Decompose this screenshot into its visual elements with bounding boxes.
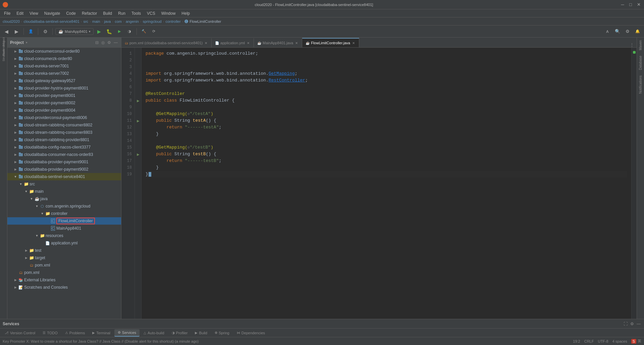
breadcrumb-java[interactable]: java [104,19,111,23]
bottom-tab-terminal[interactable]: ▶ Terminal [89,329,114,337]
tree-item-sentinel8401[interactable]: ▼ cloudalibaba-sentinel-service8401 [7,173,121,180]
bottom-expand-icon[interactable]: ⛶ [623,321,628,327]
side-panel-notifications[interactable]: Notifications [637,73,644,96]
close-button[interactable]: ✕ [636,2,641,7]
tab-flowlimitcontroller[interactable]: ☕ FlowLimitController.java ✕ [302,38,359,47]
toolbar-settings-search[interactable]: ⚙ [41,27,50,36]
menu-run[interactable]: Run [115,10,128,16]
menu-vcs[interactable]: VCS [144,10,158,16]
breadcrumb-com[interactable]: com [115,19,122,23]
menu-edit[interactable]: Edit [14,10,26,16]
left-strip-structure[interactable]: Structure [1,52,7,58]
tab-pom-xml[interactable]: 🗂 pom.xml (cloudalibaba-sentinel-service… [121,38,212,47]
tree-item-nacos-client3377[interactable]: ▶ cloudalibaba-config-nacos-client3377 [7,143,121,151]
tree-item-payment9001[interactable]: ▶ cloudalibaba-provider-payment9001 [7,158,121,166]
tree-settings-icon[interactable]: ⚙ [107,40,112,46]
statusbar-crlf[interactable]: CRLF [584,339,594,343]
tree-item-flowlimitcontroller[interactable]: C FlowLimitController [7,217,121,225]
tree-item-stream-provider8801[interactable]: ▶ cloud-stream-rabbitmq-provider8801 [7,136,121,143]
tree-item-appyml[interactable]: 📄 application.yml [7,239,121,247]
debug-button[interactable]: 🐛 [105,27,114,36]
collapse-all-icon[interactable]: ⊟ [95,40,99,46]
run-button[interactable]: ▶ [95,27,104,36]
search-everywhere-button[interactable]: 🔍 [613,27,622,36]
coverage-button[interactable]: ▶ [115,27,124,36]
breadcrumb-angenin[interactable]: angenin [126,19,139,23]
tree-item-external-libs[interactable]: ▶ 📚 External Libraries [7,276,121,284]
notifications-button[interactable]: 🔔 [633,27,642,36]
tree-item-src[interactable]: ▼ 📁 src [7,180,121,188]
breadcrumb-main[interactable]: main [92,19,100,23]
minimize-button[interactable]: ─ [620,2,625,7]
hide-panel-icon[interactable]: — [113,40,118,46]
menu-window[interactable]: Window [159,10,178,16]
tree-item-cloud-eureka-server7002[interactable]: ▶ cloud-eureka-server7002 [7,70,121,77]
bottom-tab-problems[interactable]: ⚠ Problems [62,329,88,337]
tree-item-cloud-payment8002[interactable]: ▶ cloud-provider-payment8002 [7,99,121,107]
menu-refactor[interactable]: Refactor [79,10,100,16]
bottom-settings-icon[interactable]: ⚙ [630,321,635,327]
tab-close-pom[interactable]: ✕ [204,41,208,45]
tree-item-payment9002[interactable]: ▶ cloudalibaba-provider-payment9002 [7,166,121,173]
side-panel-database[interactable]: Database [637,53,644,73]
tree-item-cloud-consumerzk-order80[interactable]: ▶ cloud-consumerzk-order80 [7,55,121,62]
tree-item-resources[interactable]: ▼ 📁 resources [7,232,121,239]
tab-close-main[interactable]: ✕ [294,41,299,45]
breadcrumb-springcloud[interactable]: springcloud [143,19,161,23]
bottom-tab-spring[interactable]: ❁ Spring [211,329,233,337]
tree-item-java[interactable]: ▼ ☕ java [7,195,121,203]
bottom-tab-build[interactable]: ▶ Build [192,329,210,337]
toolbar-user[interactable]: 👤 [26,27,35,36]
statusbar-charset[interactable]: UTF-8 [598,339,608,343]
breadcrumb-module[interactable]: cloudalibaba-sentinel-service8401 [23,19,79,23]
tree-item-cloud-hystrix-payment8001[interactable]: ▶ cloud-provider-hystrix-payment8001 [7,84,121,92]
tree-item-cloud-consul-payment8006[interactable]: ▶ cloud-providerconsul-payment8006 [7,114,121,121]
menu-view[interactable]: View [27,10,41,16]
statusbar-lang[interactable]: 英 [638,339,641,344]
run-configuration-selector[interactable]: ☕ MainApp8401 ▾ [55,28,94,35]
breadcrumb-controller[interactable]: controller [165,19,180,23]
tree-item-test[interactable]: ▶ 📁 test [7,247,121,254]
bottom-tab-version-control[interactable]: ⎇ Version Control [1,329,39,337]
toolbar-back[interactable]: ◀ [2,27,11,36]
menu-help[interactable]: Help [179,10,193,16]
scroll-from-source-icon[interactable]: ◎ [101,40,105,46]
side-panel-maven[interactable]: Maven [637,38,644,53]
run-gutter-icon-16[interactable]: ▶ [137,153,140,156]
tab-application-yml[interactable]: 📄 application.yml ✕ [212,38,254,47]
maximize-button[interactable]: □ [628,2,633,7]
tree-item-stream-consumer8802[interactable]: ▶ cloud-stream-rabbitmq-consumer8802 [7,121,121,129]
tree-item-nacos-order83[interactable]: ▶ cloudalibaba-consumer-nacos-order83 [7,151,121,158]
build-button[interactable]: 🔨 [140,27,148,36]
tab-close-flow[interactable]: ✕ [352,41,356,45]
tree-item-target[interactable]: ▶ 📁 target [7,254,121,262]
tree-item-package[interactable]: ▼ ⬡ com.angenin.springcloud [7,203,121,210]
run-gutter-icon-8[interactable]: ▶ [137,99,140,103]
tree-item-pom-module[interactable]: 🗂 pom.xml [7,262,121,269]
profile-button[interactable]: ◑ [125,27,134,36]
menu-build[interactable]: Build [100,10,115,16]
statusbar-line-col[interactable]: 19:2 [573,339,580,343]
menu-navigate[interactable]: Navigate [42,10,63,16]
tree-item-stream-consumer8803[interactable]: ▶ cloud-stream-rabbitmq-consumer8803 [7,129,121,136]
tab-close-yml[interactable]: ✕ [246,41,250,45]
tabs-menu-icon[interactable]: ⋮ [630,43,634,47]
tree-item-mainapp8401[interactable]: C MainApp8401 [7,225,121,232]
tree-item-cloud-payment8001[interactable]: ▶ cloud-provider-payment8001 [7,92,121,99]
tree-item-cloud-gateway[interactable]: ▶ cloud-gateway-gateway9527 [7,77,121,84]
tree-item-controller[interactable]: ▼ 📁 controller [7,210,121,217]
toolbar-forward[interactable]: ▶ [12,27,21,36]
tab-mainapp8401[interactable]: ☕ MainApp8401.java ✕ [254,38,302,47]
bottom-tab-services[interactable]: ⚙ Services [114,329,140,337]
bottom-tab-auto-build[interactable]: △ Auto-build [140,329,168,337]
settings-button[interactable]: ⚙ [623,27,632,36]
menu-file[interactable]: File [1,10,13,16]
bottom-tab-dependencies[interactable]: ⋈ Dependencies [233,329,268,337]
tree-item-cloud-eureka-server7001[interactable]: ▶ cloud-eureka-server7001 [7,62,121,70]
breadcrumb-cloud2020[interactable]: cloud2020 [3,19,20,23]
menu-code[interactable]: Code [63,10,78,16]
run-gutter-icon-11[interactable]: ▶ [137,119,140,123]
tree-item-pom-root[interactable]: 🗂 pom.xml [7,269,121,276]
bottom-tab-profiler[interactable]: ◑ Profiler [168,329,191,337]
breadcrumb-src[interactable]: src [83,19,88,23]
